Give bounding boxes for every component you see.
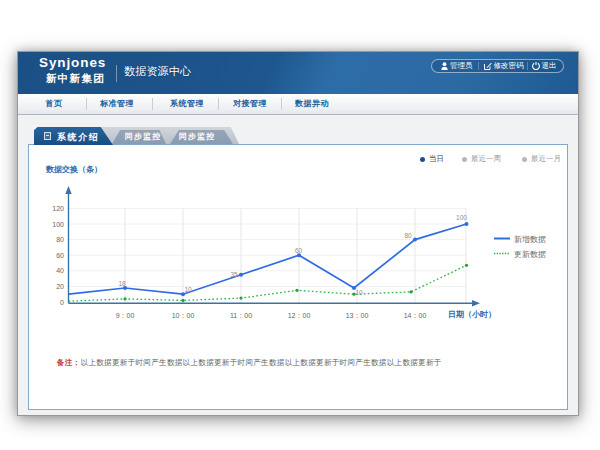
svg-text:40: 40	[56, 267, 64, 274]
svg-text:13：00: 13：00	[346, 312, 369, 319]
svg-text:10：00: 10：00	[172, 312, 195, 319]
svg-text:35: 35	[230, 271, 238, 278]
svg-text:新增数据: 新增数据	[514, 235, 546, 244]
svg-text:60: 60	[295, 247, 303, 254]
svg-text:11：00: 11：00	[230, 312, 252, 319]
svg-text:12：00: 12：00	[288, 312, 311, 319]
svg-text:80: 80	[404, 232, 412, 239]
svg-text:80: 80	[56, 236, 64, 243]
svg-text:60: 60	[56, 252, 64, 259]
svg-text:18: 18	[118, 280, 126, 287]
svg-text:100: 100	[456, 214, 467, 221]
svg-text:9：00: 9：00	[116, 312, 135, 319]
svg-text:更新数据: 更新数据	[514, 250, 546, 259]
svg-text:10: 10	[184, 286, 192, 293]
svg-text:20: 20	[56, 283, 64, 290]
svg-text:10: 10	[355, 289, 363, 296]
svg-text:0: 0	[60, 299, 64, 306]
svg-text:100: 100	[52, 221, 64, 228]
svg-text:14：00: 14：00	[404, 312, 427, 319]
svg-text:120: 120	[52, 205, 64, 212]
